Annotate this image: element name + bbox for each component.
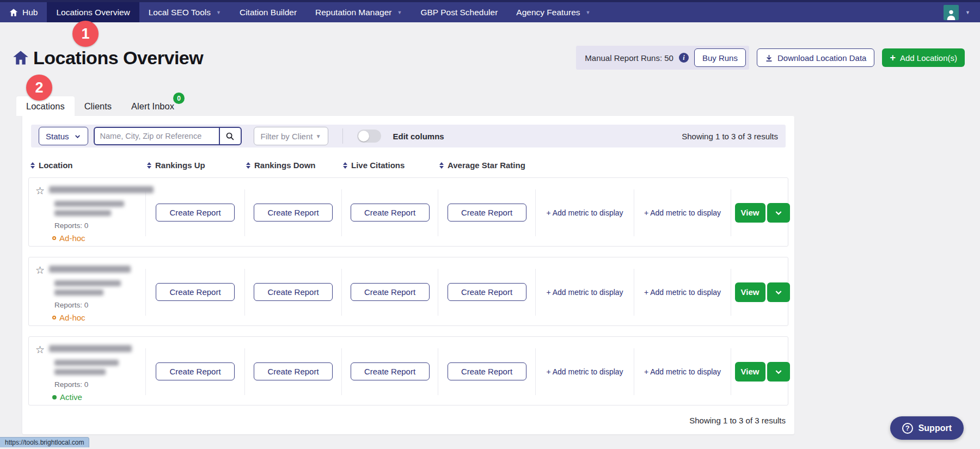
add-metric-link[interactable]: + Add metric to display <box>546 367 623 376</box>
rankings-down-cell: Create Report <box>244 189 341 236</box>
add-location-label: Add Location(s) <box>900 53 957 63</box>
create-report-button[interactable]: Create Report <box>448 204 526 222</box>
actions-cell: View <box>731 269 793 316</box>
nav-label: Agency Features <box>516 8 580 17</box>
home-icon <box>9 8 18 17</box>
user-avatar[interactable] <box>944 5 959 20</box>
tab-clients[interactable]: Clients <box>75 96 121 116</box>
nav-label: Locations Overview <box>56 8 130 17</box>
create-report-button[interactable]: Create Report <box>254 283 333 301</box>
chevron-down-icon: ▼ <box>586 10 591 15</box>
person-icon <box>945 8 957 20</box>
extra-metric-cell-2: + Add metric to display <box>634 269 731 316</box>
search-input[interactable] <box>94 127 219 145</box>
nav-item-agency-features[interactable]: Agency Features ▼ <box>507 2 599 22</box>
support-button[interactable]: ? Support <box>890 416 964 440</box>
tab-locations[interactable]: Locations <box>16 96 75 116</box>
create-report-button[interactable]: Create Report <box>351 204 430 222</box>
browser-status-bar: https://tools.brightlocal.com <box>0 437 89 447</box>
view-dropdown-button[interactable] <box>767 362 790 382</box>
average-star-rating-cell: Create Report <box>438 269 535 316</box>
view-dropdown-button[interactable] <box>767 282 790 302</box>
location-name-redacted[interactable] <box>49 186 154 193</box>
info-icon[interactable]: i <box>679 53 689 63</box>
status-dot-icon <box>52 395 57 399</box>
add-metric-link[interactable]: + Add metric to display <box>644 367 721 376</box>
status-badge: Active <box>52 392 132 402</box>
reports-count: Reports: 0 <box>54 222 154 230</box>
chevron-down-icon <box>774 367 783 376</box>
nav-item-hub[interactable]: Hub <box>0 2 47 22</box>
create-report-button[interactable]: Create Report <box>156 283 235 301</box>
add-metric-link[interactable]: + Add metric to display <box>644 288 721 297</box>
view-dropdown-button[interactable] <box>767 203 790 223</box>
favorite-star-icon[interactable]: ☆ <box>35 186 45 196</box>
add-metric-link[interactable]: + Add metric to display <box>546 288 623 297</box>
status-badge: Ad-hoc <box>52 313 131 322</box>
extra-metric-cell-1: + Add metric to display <box>535 348 634 395</box>
add-metric-link[interactable]: + Add metric to display <box>546 208 623 217</box>
chevron-down-icon <box>74 133 81 140</box>
column-header-average-star-rating[interactable]: Average Star Rating <box>437 161 535 170</box>
actions-cell: View <box>731 189 793 236</box>
filter-bar: Status Filter by Client ▼ Edit columns S… <box>31 125 786 147</box>
nav-item-locations-overview[interactable]: Locations Overview <box>47 2 139 22</box>
location-address-line2-redacted <box>54 369 106 375</box>
alert-inbox-count-badge: 0 <box>173 93 185 104</box>
column-header-location[interactable]: Location <box>28 161 145 170</box>
download-location-data-button[interactable]: Download Location Data <box>757 48 874 67</box>
sort-icon <box>147 162 151 169</box>
view-button[interactable]: View <box>735 362 765 382</box>
chevron-down-icon: ▼ <box>316 133 321 139</box>
view-button[interactable]: View <box>735 282 765 302</box>
create-report-button[interactable]: Create Report <box>254 204 333 222</box>
reports-count: Reports: 0 <box>54 301 131 309</box>
nav-label: Reputation Manager <box>315 8 391 17</box>
search-button[interactable] <box>219 127 242 145</box>
create-report-button[interactable]: Create Report <box>156 204 235 222</box>
location-address-line1-redacted <box>54 280 121 286</box>
location-address-line2-redacted <box>54 210 111 216</box>
table-header-row: Location Rankings Up Rankings Down Live … <box>28 161 788 170</box>
create-report-button[interactable]: Create Report <box>156 362 235 380</box>
extra-metric-cell-1: + Add metric to display <box>535 269 634 316</box>
favorite-star-icon[interactable]: ☆ <box>35 265 45 275</box>
location-name-redacted[interactable] <box>49 345 132 352</box>
create-report-button[interactable]: Create Report <box>448 362 526 380</box>
favorite-star-icon[interactable]: ☆ <box>35 345 45 355</box>
nav-item-local-seo-tools[interactable]: Local SEO Tools ▼ <box>139 2 230 22</box>
account-menu-caret-icon[interactable]: ▼ <box>965 10 970 15</box>
create-report-button[interactable]: Create Report <box>254 362 333 380</box>
edit-columns-toggle[interactable] <box>357 130 381 143</box>
client-filter-dropdown[interactable]: Filter by Client ▼ <box>254 127 328 145</box>
table-row: ☆ Reports: 0 Active Create Report Create… <box>28 336 788 405</box>
location-name-redacted[interactable] <box>49 266 131 273</box>
nav-item-gbp-post-scheduler[interactable]: GBP Post Scheduler <box>411 2 507 22</box>
sort-icon <box>343 162 347 169</box>
column-header-rankings-up[interactable]: Rankings Up <box>145 161 244 170</box>
rankings-up-cell: Create Report <box>145 269 244 316</box>
column-header-live-citations[interactable]: Live Citations <box>341 161 437 170</box>
add-metric-link[interactable]: + Add metric to display <box>644 208 721 217</box>
location-cell: ☆ Reports: 0 Active <box>29 337 145 406</box>
status-filter-dropdown[interactable]: Status <box>39 127 88 145</box>
status-badge: Ad-hoc <box>52 233 154 243</box>
sort-icon <box>439 162 444 169</box>
column-header-rankings-down[interactable]: Rankings Down <box>244 161 341 170</box>
live-citations-cell: Create Report <box>341 348 438 395</box>
rankings-down-cell: Create Report <box>244 348 341 395</box>
chevron-down-icon <box>774 288 783 297</box>
create-report-button[interactable]: Create Report <box>351 362 430 380</box>
table-row: ☆ Reports: 0 Ad-hoc Create Report Create… <box>28 257 788 326</box>
nav-item-reputation-manager[interactable]: Reputation Manager ▼ <box>306 2 411 22</box>
reports-count: Reports: 0 <box>54 380 132 389</box>
nav-item-citation-builder[interactable]: Citation Builder <box>230 2 306 22</box>
annotation-step-1: 1 <box>72 21 99 47</box>
buy-runs-button[interactable]: Buy Runs <box>694 48 746 67</box>
create-report-button[interactable]: Create Report <box>351 283 430 301</box>
add-location-button[interactable]: + Add Location(s) <box>882 48 965 67</box>
create-report-button[interactable]: Create Report <box>448 283 526 301</box>
table-row: ☆ Reports: 0 Ad-hoc Create Report Create… <box>28 177 788 247</box>
view-button[interactable]: View <box>735 203 765 223</box>
download-icon <box>765 54 773 62</box>
